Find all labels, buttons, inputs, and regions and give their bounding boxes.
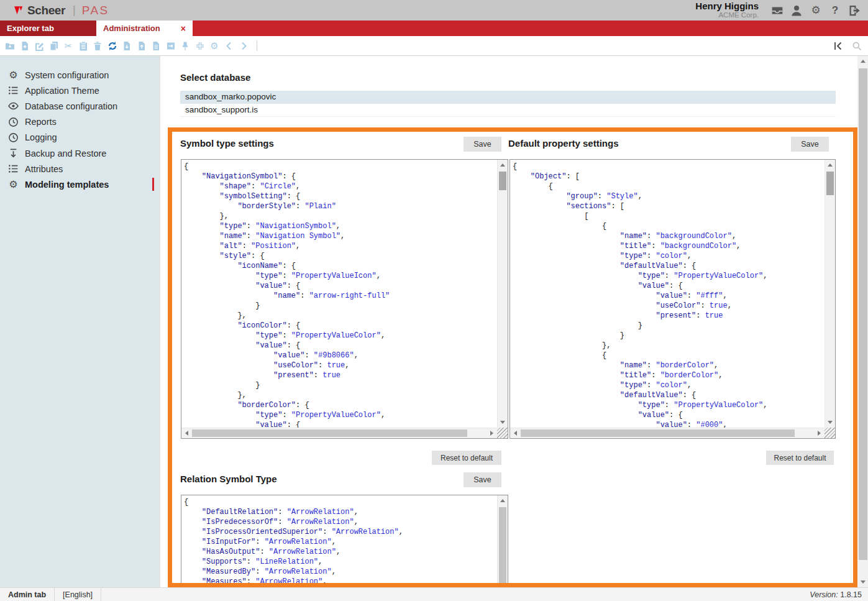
status-language[interactable]: [English] — [55, 588, 101, 601]
close-icon[interactable]: × — [181, 24, 186, 33]
tab-explorer-tab[interactable]: Explorer tab — [0, 21, 96, 36]
toolbar-file-upload-button[interactable] — [137, 41, 147, 51]
database-option-sandbox-marko-popovic[interactable]: sandbox_marko.popovic — [180, 91, 836, 104]
header-help-button[interactable]: ? — [829, 4, 841, 17]
toolbar-file-download-button[interactable] — [122, 41, 132, 51]
trash-icon — [93, 41, 103, 51]
relation-symbol-code[interactable]: { "DefaultRelation": "ArrowRelation", "I… — [181, 495, 497, 587]
sidebar-item-reports[interactable]: Reports — [0, 114, 159, 130]
toolbar-right-group — [833, 41, 862, 51]
default-property-settings-title: Default property settings — [508, 138, 619, 149]
default-property-editor[interactable]: { "Object": [ { "group": "Style", "secti… — [509, 159, 836, 439]
header-icon-group: ⚙? — [771, 4, 861, 17]
symbol-type-save-button[interactable]: Save — [464, 137, 501, 152]
download-bar-icon — [8, 148, 19, 158]
header-user-button[interactable] — [790, 4, 803, 17]
symbol-type-reset-button[interactable]: Reset to default — [432, 451, 501, 465]
scroll-up-icon[interactable] — [498, 160, 508, 170]
status-admin-tab[interactable]: Admin tab — [0, 588, 55, 601]
relation-symbol-type-title: Relation Symbol Type — [180, 474, 277, 484]
header-inbox-button[interactable] — [771, 4, 783, 17]
vertical-scrollbar[interactable] — [497, 495, 508, 587]
sidebar-item-modeling-templates[interactable]: ⚙Modeling templates — [0, 177, 159, 192]
database-list: sandbox_marko.popovicsandbox_support.is — [180, 91, 836, 117]
version-value: 1.8.15 — [840, 590, 862, 599]
toolbar-collapse-left-button[interactable] — [833, 41, 844, 51]
scroll-left-icon[interactable] — [510, 428, 521, 438]
horizontal-scrollbar[interactable] — [510, 428, 825, 438]
scrollbar-thumb[interactable] — [521, 429, 795, 437]
scrollbar-thumb[interactable] — [499, 507, 506, 583]
scroll-right-icon[interactable] — [814, 428, 825, 438]
vertical-scrollbar[interactable] — [825, 160, 835, 428]
toolbar-chevron-right-button[interactable] — [239, 41, 249, 51]
copy-icon — [49, 41, 59, 51]
toolbar-collapse-button[interactable] — [195, 41, 205, 51]
vertical-scrollbar[interactable] — [497, 160, 508, 428]
tab-administration[interactable]: Administration× — [96, 21, 193, 36]
scrollbar-thumb[interactable] — [859, 68, 867, 560]
toolbar-chevron-left-button[interactable] — [224, 41, 234, 51]
toolbar-separator — [257, 40, 257, 51]
scroll-down-icon[interactable] — [825, 417, 835, 428]
collapse-left-icon — [833, 41, 844, 51]
toolbar-pin-button[interactable] — [180, 41, 190, 51]
scrollbar-thumb[interactable] — [826, 172, 834, 195]
active-indicator — [152, 178, 155, 191]
default-property-save-button[interactable]: Save — [791, 137, 829, 152]
header-right: Henry Higgins ACME Corp. ⚙? — [695, 1, 861, 19]
toolbar-edit-button[interactable] — [34, 41, 44, 51]
toolbar-search-button[interactable] — [852, 41, 862, 51]
database-option-sandbox-support-is[interactable]: sandbox_support.is — [180, 104, 836, 117]
sidebar-item-database-configuration[interactable]: Database configuration — [0, 98, 159, 114]
toolbar-file-text-button[interactable] — [151, 41, 161, 51]
header-logout-button[interactable] — [848, 4, 861, 17]
page-scrollbar[interactable] — [857, 56, 868, 587]
brand-mark-icon — [14, 5, 24, 16]
sidebar-item-attributes[interactable]: Attributes — [0, 161, 159, 177]
gear-icon: ⚙ — [8, 70, 19, 80]
refresh-icon — [107, 41, 117, 51]
default-property-code[interactable]: { "Object": [ { "group": "Style", "secti… — [510, 160, 825, 428]
gear-icon: ⚙ — [810, 4, 822, 17]
toolbar-cut-button[interactable]: ✂ — [63, 41, 73, 51]
toolbar-gear-button[interactable]: ⚙ — [209, 41, 219, 51]
scroll-right-icon[interactable] — [487, 428, 497, 438]
toolbar-trash-button[interactable] — [93, 41, 103, 51]
scroll-down-icon[interactable] — [857, 577, 868, 587]
collapse-icon — [195, 41, 205, 51]
brand-divider: | — [73, 4, 76, 17]
toolbar-share-button[interactable] — [166, 41, 176, 51]
sidebar-item-system-configuration[interactable]: ⚙System configuration — [0, 67, 159, 83]
relation-symbol-editor[interactable]: { "DefaultRelation": "ArrowRelation", "I… — [181, 495, 508, 587]
toolbar-paste-button[interactable] — [78, 41, 88, 51]
version-text: Version: 1.8.15 — [810, 590, 868, 599]
scroll-up-icon[interactable] — [825, 160, 835, 170]
toolbar-copy-button[interactable] — [49, 41, 59, 51]
edit-icon — [34, 41, 44, 51]
horizontal-scrollbar[interactable] — [181, 428, 497, 438]
file-upload-icon — [137, 41, 147, 51]
toolbar-refresh-button[interactable] — [107, 41, 117, 51]
tab-bar: Explorer tabAdministration× — [0, 21, 868, 36]
scroll-up-icon[interactable] — [857, 56, 868, 67]
scrollbar-thumb[interactable] — [499, 172, 506, 190]
scrollbar-thumb[interactable] — [192, 429, 467, 437]
toolbar-folder-plus-button[interactable] — [5, 41, 15, 51]
resize-grip[interactable] — [497, 428, 508, 438]
default-property-reset-button[interactable]: Reset to default — [766, 451, 834, 465]
symbol-type-editor[interactable]: { "NavigationSymbol": { "shape": "Circle… — [181, 159, 508, 439]
history-icon — [8, 132, 19, 143]
scroll-left-icon[interactable] — [181, 428, 192, 438]
header-gear-button[interactable]: ⚙ — [810, 4, 822, 17]
scroll-up-icon[interactable] — [498, 495, 508, 506]
scroll-down-icon[interactable] — [498, 417, 508, 428]
resize-grip[interactable] — [825, 428, 835, 438]
sidebar-item-application-theme[interactable]: Application Theme — [0, 83, 159, 98]
sidebar-item-backup-and-restore[interactable]: Backup and Restore — [0, 145, 159, 161]
relation-symbol-save-button[interactable]: Save — [464, 472, 501, 487]
symbol-type-code[interactable]: { "NavigationSymbol": { "shape": "Circle… — [181, 160, 497, 428]
sidebar-item-logging[interactable]: Logging — [0, 130, 159, 145]
toolbar: ✂⚙ — [0, 36, 868, 56]
toolbar-file-plus-button[interactable] — [20, 41, 30, 51]
